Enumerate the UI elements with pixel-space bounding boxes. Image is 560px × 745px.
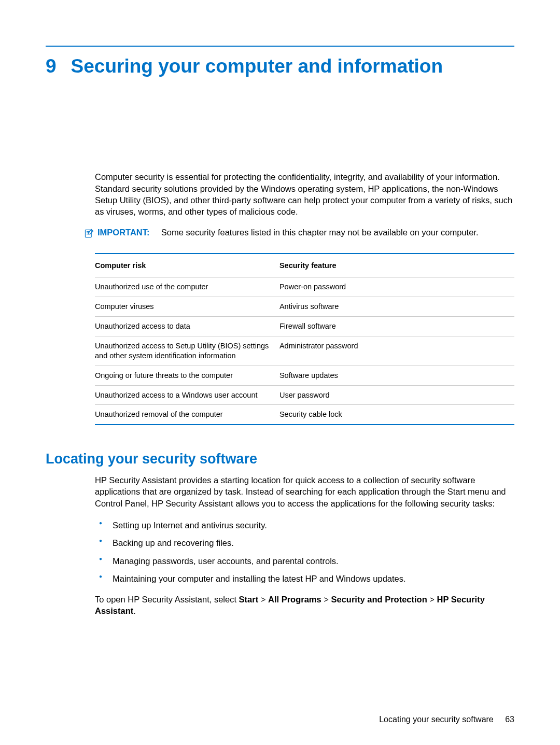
table-cell-feature: Software updates	[279, 366, 514, 385]
document-page: 9 Securing your computer and information…	[0, 0, 560, 648]
list-item: Backing up and recovering files.	[95, 537, 514, 549]
important-spacer	[152, 228, 159, 237]
important-content: IMPORTANT: Some security features listed…	[97, 228, 479, 237]
chapter-header: 9 Securing your computer and information	[46, 55, 514, 78]
table-row: Unauthorized removal of the computerSecu…	[95, 405, 514, 424]
closing-paragraph: To open HP Security Assistant, select St…	[95, 594, 514, 617]
table-row: Unauthorized use of the computerPower-on…	[95, 277, 514, 297]
chapter-number: 9	[46, 55, 57, 78]
table-cell-feature: Security cable lock	[279, 405, 514, 424]
footer-text: Locating your security software	[379, 715, 494, 724]
table-row: Ongoing or future threats to the compute…	[95, 366, 514, 385]
table-cell-risk: Unauthorized access to Setup Utility (BI…	[95, 336, 279, 366]
table-row: Unauthorized access to dataFirewall soft…	[95, 317, 514, 336]
page-footer: Locating your security software 63	[379, 715, 514, 724]
table-cell-feature: Power-on password	[279, 277, 514, 297]
important-callout: IMPORTANT: Some security features listed…	[84, 228, 514, 238]
list-item: Maintaining your computer and installing…	[95, 573, 514, 584]
closing-text-part: >	[258, 595, 268, 604]
important-label: IMPORTANT:	[97, 228, 150, 237]
table-cell-risk: Computer viruses	[95, 297, 279, 317]
closing-bold-part: All Programs	[268, 595, 321, 604]
closing-text-part: .	[133, 606, 136, 615]
closing-bold-part: Security and Protection	[331, 595, 427, 604]
table-header-row: Computer risk Security feature	[95, 254, 514, 277]
table-cell-risk: Unauthorized removal of the computer	[95, 405, 279, 424]
bullet-list: Setting up Internet and antivirus securi…	[95, 519, 514, 584]
list-item: Managing passwords, user accounts, and p…	[95, 555, 514, 567]
list-item: Setting up Internet and antivirus securi…	[95, 519, 514, 531]
section-heading: Locating your security software	[46, 451, 514, 467]
closing-text-part: To open HP Security Assistant, select	[95, 595, 239, 604]
chapter-rule	[46, 46, 514, 47]
closing-bold-part: Start	[239, 595, 259, 604]
table-cell-feature: Administrator password	[279, 336, 514, 366]
important-text: Some security features listed in this ch…	[161, 228, 479, 237]
important-icon	[84, 228, 94, 238]
table-row: Unauthorized access to a Windows user ac…	[95, 385, 514, 405]
table-header-feature: Security feature	[279, 254, 514, 277]
table-cell-feature: Firewall software	[279, 317, 514, 336]
closing-text-part: >	[321, 595, 331, 604]
intro-paragraph: Computer security is essential for prote…	[95, 171, 514, 217]
section-body: HP Security Assistant provides a startin…	[95, 474, 514, 509]
table-row: Unauthorized access to Setup Utility (BI…	[95, 336, 514, 366]
table-cell-risk: Ongoing or future threats to the compute…	[95, 366, 279, 385]
table-row: Computer virusesAntivirus software	[95, 297, 514, 317]
table-body: Unauthorized use of the computerPower-on…	[95, 277, 514, 424]
footer-page-number: 63	[505, 715, 514, 724]
table-cell-risk: Unauthorized access to data	[95, 317, 279, 336]
table-cell-feature: User password	[279, 385, 514, 405]
table-cell-risk: Unauthorized use of the computer	[95, 277, 279, 297]
chapter-title: Securing your computer and information	[71, 55, 443, 78]
closing-text-part: >	[427, 595, 437, 604]
table-cell-risk: Unauthorized access to a Windows user ac…	[95, 385, 279, 405]
table-cell-feature: Antivirus software	[279, 297, 514, 317]
table-header-risk: Computer risk	[95, 254, 279, 277]
risk-table: Computer risk Security feature Unauthori…	[95, 253, 514, 425]
